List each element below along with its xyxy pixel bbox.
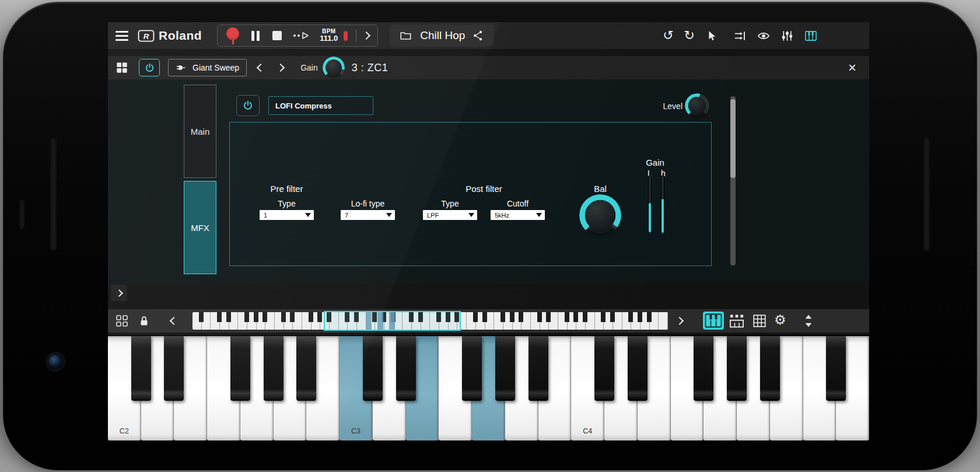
count-in-button[interactable] <box>293 32 309 40</box>
redo-button[interactable]: ↻ <box>684 29 695 42</box>
keyboard-scroll-right-button[interactable] <box>672 313 687 328</box>
key-label-C2: C2 <box>120 427 129 435</box>
play-outline-icon <box>302 32 309 40</box>
plugin-power-button[interactable] <box>139 59 160 76</box>
apps-grid-icon[interactable] <box>116 61 128 74</box>
tab-mfx[interactable]: MFX <box>184 181 216 274</box>
beat-indicator <box>344 31 348 41</box>
mini-key <box>275 312 284 330</box>
close-button[interactable]: × <box>844 59 861 76</box>
routing-icon[interactable] <box>733 29 747 43</box>
black-key-Cs5[interactable] <box>826 336 846 401</box>
stop-button[interactable] <box>272 31 282 40</box>
roland-logo-mark-icon: R <box>138 29 155 43</box>
piano-view-icon[interactable] <box>804 29 818 43</box>
black-key-Fs3[interactable] <box>462 336 482 401</box>
black-key-Cs2[interactable] <box>131 336 151 401</box>
folder-icon[interactable] <box>399 29 412 42</box>
hold-lock-icon[interactable] <box>137 314 151 328</box>
side-button <box>19 199 24 229</box>
black-key-Ds3[interactable] <box>396 336 416 401</box>
tab-main[interactable]: Main <box>184 85 216 178</box>
expand-vertical-icon[interactable] <box>801 313 816 329</box>
grid-view-icon[interactable] <box>752 313 767 328</box>
mini-black-key <box>309 312 313 322</box>
prefilter-type-label: Type <box>260 199 314 208</box>
black-key-As2[interactable] <box>296 336 316 401</box>
gain-low-fill <box>649 203 651 232</box>
mini-key <box>595 312 604 330</box>
mini-key <box>192 312 202 330</box>
postfilter-type-select[interactable]: LPF <box>423 210 477 220</box>
keys-and-pads-view-icon[interactable] <box>729 313 745 329</box>
black-key-Cs3[interactable] <box>363 336 383 401</box>
cutoff-value: 5kHz <box>491 212 509 219</box>
lofi-type-select[interactable]: 7 <box>341 210 395 220</box>
bpm-display[interactable]: BPM 111.0 <box>320 28 338 43</box>
mini-black-key <box>482 312 487 322</box>
eye-icon[interactable] <box>757 29 771 43</box>
mini-black-key <box>254 312 258 322</box>
mini-black-key <box>583 312 587 322</box>
mini-black-key <box>573 312 578 322</box>
gain-knob[interactable] <box>325 59 342 76</box>
keyboard-scroll-left-button[interactable] <box>166 313 181 328</box>
record-stem <box>232 40 234 44</box>
gain-meter-heading: Gain <box>636 158 674 167</box>
song-title[interactable]: Chill Hop <box>420 29 465 42</box>
black-key-As3[interactable] <box>528 336 548 401</box>
mini-black-key <box>501 312 505 322</box>
black-key-Gs3[interactable] <box>495 336 515 401</box>
piano-keyboard[interactable]: C2C3C4 <box>108 335 869 440</box>
black-key-Ds4[interactable] <box>628 336 648 401</box>
pointer-tool-icon[interactable] <box>705 29 718 43</box>
mixer-sliders-icon[interactable] <box>780 29 794 43</box>
gain-high-fill <box>662 199 664 233</box>
record-button[interactable] <box>226 26 240 45</box>
black-key-Cs4[interactable] <box>594 336 614 401</box>
prefilter-type-select[interactable]: 1 <box>260 210 314 220</box>
effect-power-button[interactable] <box>236 95 260 116</box>
mini-pressed-note <box>377 312 383 330</box>
black-key-Ds2[interactable] <box>164 336 184 401</box>
patch-next-button[interactable] <box>272 60 289 76</box>
editor-scrollbar[interactable] <box>730 96 736 265</box>
black-key-Fs4[interactable] <box>694 336 713 401</box>
mini-keyboard[interactable] <box>192 312 668 330</box>
transport-expand-button[interactable] <box>363 33 369 39</box>
patch-selector[interactable]: Giant Sweep <box>168 59 247 76</box>
prefilter-type-value: 1 <box>260 212 267 219</box>
panel-expand-button[interactable] <box>111 285 127 301</box>
cutoff-select[interactable]: 5kHz <box>491 210 545 220</box>
gain-high-slider[interactable] <box>661 176 664 236</box>
count-dot-icon <box>298 34 300 37</box>
undo-button[interactable]: ↺ <box>663 29 673 42</box>
black-key-Gs2[interactable] <box>264 336 284 401</box>
front-camera <box>48 354 63 369</box>
roland-logo: R Roland <box>138 29 202 43</box>
keyboard-view-button[interactable] <box>703 312 724 330</box>
patch-prev-button[interactable] <box>253 60 269 76</box>
mini-key <box>531 312 540 330</box>
pause-button[interactable] <box>251 31 260 41</box>
share-icon[interactable] <box>473 29 485 42</box>
menu-button[interactable] <box>116 31 128 41</box>
mini-pressed-note <box>389 312 395 330</box>
bal-knob[interactable] <box>582 197 619 234</box>
plug-icon <box>176 62 187 74</box>
gain-low-slider[interactable] <box>648 176 652 236</box>
effect-name-box[interactable]: LOFI Compress <box>268 96 373 115</box>
prefilter-heading: Pre filter <box>260 184 314 194</box>
song-section: Chill Hop <box>390 25 494 47</box>
key-label-C4: C4 <box>583 427 592 435</box>
level-knob[interactable] <box>687 96 707 116</box>
black-key-As4[interactable] <box>760 336 780 401</box>
black-key-Gs4[interactable] <box>727 336 747 401</box>
mini-keyboard-viewport[interactable] <box>324 311 461 331</box>
black-key-Fs2[interactable] <box>230 336 250 401</box>
scrollbar-thumb[interactable] <box>730 99 736 178</box>
mini-black-key <box>610 312 615 322</box>
gear-icon[interactable]: ⚙ <box>774 313 786 327</box>
mini-black-key <box>510 312 514 322</box>
pads-icon[interactable] <box>115 314 129 328</box>
